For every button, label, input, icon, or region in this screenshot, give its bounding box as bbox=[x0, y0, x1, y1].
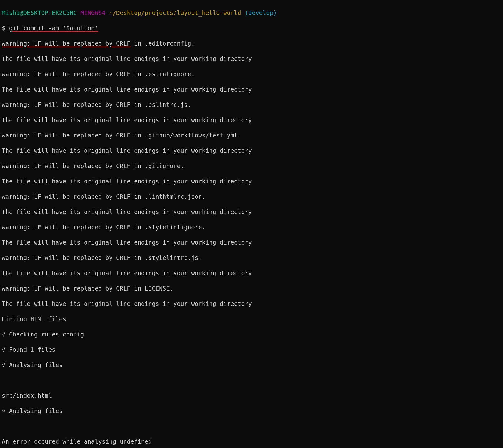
prompt-user: Misha@DESKTOP-ER2C5NC bbox=[2, 9, 77, 16]
output-blank bbox=[2, 422, 501, 430]
prompt-branch: (develop) bbox=[245, 9, 277, 16]
output-line: √ Analysing files bbox=[2, 361, 501, 369]
prompt-path: ~/Desktop/projects/layout_hello-world bbox=[109, 9, 241, 16]
output-line: Linting HTML files bbox=[2, 315, 501, 323]
output-line: src/index.html bbox=[2, 392, 501, 400]
output-line: The file will have its original line end… bbox=[2, 86, 501, 93]
output-line: The file will have its original line end… bbox=[2, 300, 501, 308]
output-line: The file will have its original line end… bbox=[2, 147, 501, 155]
output-line: warning: LF will be replaced by CRLF in … bbox=[2, 254, 501, 262]
output-line: × Analysing files bbox=[2, 407, 501, 415]
output-line: warning: LF will be replaced by CRLF in … bbox=[2, 70, 501, 78]
output-line: warning: LF will be replaced by CRLF in … bbox=[2, 223, 501, 231]
command-line-1: $ git commit -am 'Solution' bbox=[2, 24, 501, 32]
prompt-symbol: $ bbox=[2, 25, 9, 32]
output-line: √ Found 1 files bbox=[2, 346, 501, 354]
warning-underlined: warning: LF will be replaced by CRLF bbox=[2, 40, 131, 47]
output-line: warning: LF will be replaced by CRLF in … bbox=[2, 162, 501, 170]
output-line: The file will have its original line end… bbox=[2, 239, 501, 246]
output-line: The file will have its original line end… bbox=[2, 177, 501, 185]
output-line: The file will have its original line end… bbox=[2, 269, 501, 277]
prompt-line-1: Misha@DESKTOP-ER2C5NC MINGW64 ~/Desktop/… bbox=[2, 9, 501, 17]
output-line: warning: LF will be replaced by CRLF in … bbox=[2, 193, 501, 201]
output-line: warning: LF will be replaced by CRLF in … bbox=[2, 132, 501, 139]
terminal-window[interactable]: Misha@DESKTOP-ER2C5NC MINGW64 ~/Desktop/… bbox=[0, 0, 503, 448]
output-line: The file will have its original line end… bbox=[2, 55, 501, 63]
output-line: The file will have its original line end… bbox=[2, 208, 501, 216]
warning-rest: in .editorconfig. bbox=[131, 40, 195, 47]
output-line: warning: LF will be replaced by CRLF in … bbox=[2, 101, 501, 109]
output-line: An error occured while analysing undefin… bbox=[2, 438, 501, 446]
output-blank bbox=[2, 376, 501, 384]
command-text: git commit -am 'Solution' bbox=[9, 25, 98, 32]
prompt-env: MINGW64 bbox=[81, 9, 106, 16]
output-line: The file will have its original line end… bbox=[2, 116, 501, 124]
output-line: √ Checking rules config bbox=[2, 331, 501, 338]
output-line: warning: LF will be replaced by CRLF in … bbox=[2, 285, 501, 292]
output-line: warning: LF will be replaced by CRLF in … bbox=[2, 40, 501, 47]
